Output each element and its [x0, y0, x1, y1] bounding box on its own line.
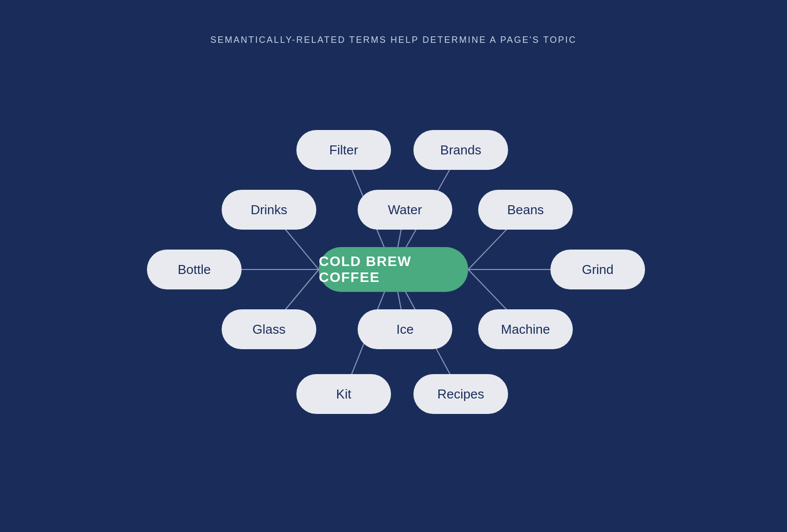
diagram-area: COLD BREW COFFEE Filter Brands Drinks Wa… — [120, 55, 667, 484]
node-beans: Beans — [478, 190, 573, 230]
node-beans-label: Beans — [507, 202, 544, 218]
node-grind-label: Grind — [582, 262, 614, 277]
node-kit-label: Kit — [336, 387, 351, 402]
node-drinks: Drinks — [222, 190, 316, 230]
node-bottle-label: Bottle — [178, 262, 211, 277]
node-brands: Brands — [413, 130, 508, 170]
node-center-label: COLD BREW COFFEE — [319, 254, 468, 285]
node-ice: Ice — [358, 309, 452, 349]
page-subtitle: SEMANTICALLY-RELATED TERMS HELP DETERMIN… — [210, 35, 577, 45]
page-container: SEMANTICALLY-RELATED TERMS HELP DETERMIN… — [0, 0, 787, 532]
node-kit: Kit — [296, 374, 391, 414]
node-grind: Grind — [550, 250, 645, 289]
node-water: Water — [358, 190, 452, 230]
node-ice-label: Ice — [396, 322, 414, 337]
node-machine: Machine — [478, 309, 573, 349]
node-recipes: Recipes — [413, 374, 508, 414]
node-cold-brew-coffee: COLD BREW COFFEE — [319, 247, 468, 292]
node-machine-label: Machine — [501, 322, 550, 337]
node-brands-label: Brands — [440, 142, 481, 158]
node-water-label: Water — [388, 202, 422, 218]
node-filter: Filter — [296, 130, 391, 170]
node-glass: Glass — [222, 309, 316, 349]
node-filter-label: Filter — [329, 142, 358, 158]
node-bottle: Bottle — [147, 250, 242, 289]
node-recipes-label: Recipes — [437, 387, 484, 402]
node-glass-label: Glass — [253, 322, 285, 337]
node-drinks-label: Drinks — [251, 202, 287, 218]
